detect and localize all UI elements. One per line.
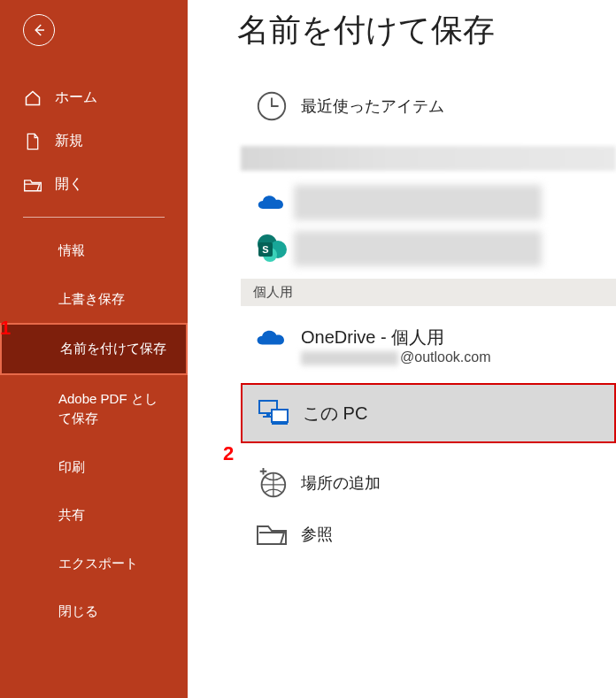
nav-close[interactable]: 閉じる xyxy=(0,587,188,636)
location-browse[interactable]: 参照 xyxy=(241,510,616,558)
nav-list: ホーム 新規 開く 情報 上書き保存 名前を付けて保存 Adobe PDF とし… xyxy=(0,76,188,636)
redacted-email-user xyxy=(301,351,398,365)
location-sharepoint[interactable]: S xyxy=(241,226,616,272)
add-place-label: 場所の追加 xyxy=(301,472,381,494)
onedrive-icon xyxy=(250,326,294,350)
nav-export[interactable]: エクスポート xyxy=(0,540,188,588)
sharepoint-icon: S xyxy=(250,234,294,264)
svg-text:S: S xyxy=(262,244,268,255)
nav-home[interactable]: ホーム xyxy=(0,76,188,119)
redacted-text xyxy=(294,185,542,220)
onedrive-email-suffix: @outlook.com xyxy=(400,349,491,364)
this-pc-label: この PC xyxy=(303,402,367,426)
location-recent-label: 最近使ったアイテム xyxy=(301,96,444,117)
redacted-text xyxy=(294,231,542,266)
redacted-row xyxy=(241,146,616,171)
svg-rect-9 xyxy=(272,410,288,422)
location-this-pc[interactable]: この PC xyxy=(241,383,616,443)
nav-divider xyxy=(23,217,165,218)
main-panel: 名前を付けて保存 最近使ったアイテム S 個人用 xyxy=(188,0,616,698)
svg-rect-7 xyxy=(266,413,270,416)
location-recent[interactable]: 最近使ったアイテム xyxy=(241,79,616,134)
back-button[interactable] xyxy=(23,14,55,46)
location-onedrive-personal[interactable]: OneDrive - 個人用 @outlook.com xyxy=(241,317,616,383)
browse-label: 参照 xyxy=(301,524,333,545)
home-icon xyxy=(23,89,42,107)
arrow-left-icon xyxy=(31,22,47,38)
callout-2: 2 xyxy=(223,442,234,465)
nav-open[interactable]: 開く xyxy=(0,163,188,206)
nav-adobe-pdf[interactable]: Adobe PDF として保存 xyxy=(0,375,188,443)
svg-rect-10 xyxy=(272,422,288,425)
nav-home-label: ホーム xyxy=(55,88,97,107)
nav-share[interactable]: 共有 xyxy=(0,491,188,540)
folder-open-icon xyxy=(23,177,42,193)
folder-icon xyxy=(250,521,294,548)
nav-save[interactable]: 上書き保存 xyxy=(0,275,188,324)
onedrive-email: @outlook.com xyxy=(301,349,491,365)
this-pc-icon xyxy=(251,397,296,429)
onedrive-title: OneDrive - 個人用 xyxy=(301,326,491,349)
callout-1: 1 xyxy=(0,317,11,340)
nav-save-as[interactable]: 名前を付けて保存 xyxy=(0,323,188,375)
section-personal: 個人用 xyxy=(241,279,616,306)
nav-open-label: 開く xyxy=(55,175,83,194)
nav-info[interactable]: 情報 xyxy=(0,226,188,275)
file-icon xyxy=(23,133,42,150)
nav-new-label: 新規 xyxy=(55,132,83,150)
location-cloud-1[interactable] xyxy=(241,180,616,226)
nav-print[interactable]: 印刷 xyxy=(0,443,188,492)
nav-new[interactable]: 新規 xyxy=(0,119,188,163)
backstage-sidebar: ホーム 新規 開く 情報 上書き保存 名前を付けて保存 Adobe PDF とし… xyxy=(0,0,188,698)
page-title: 名前を付けて保存 xyxy=(188,9,616,52)
location-add-place[interactable]: 場所の追加 xyxy=(241,456,616,510)
globe-plus-icon xyxy=(250,466,294,500)
onedrive-icon xyxy=(250,191,294,214)
clock-icon xyxy=(250,89,294,123)
